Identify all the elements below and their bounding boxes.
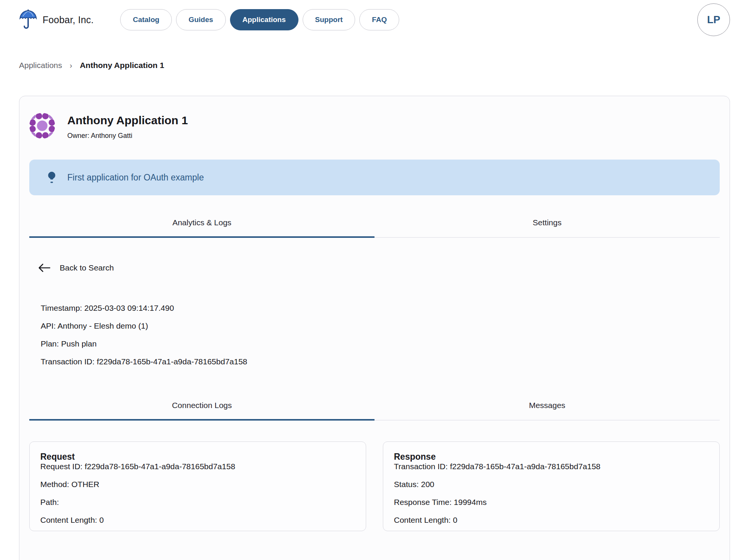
breadcrumb-separator-icon: › <box>70 60 72 71</box>
application-header: Anthony Application 1 Owner: Anthony Gat… <box>29 113 720 140</box>
detail-api: API: Anthony - Elesh demo (1) <box>41 322 720 330</box>
request-card: Request Request ID: f229da78-165b-47a1-a… <box>29 441 366 531</box>
tab-connection-logs[interactable]: Connection Logs <box>29 391 374 421</box>
nav-applications[interactable]: Applications <box>230 9 298 30</box>
umbrella-logo-icon <box>19 9 37 30</box>
tab-messages[interactable]: Messages <box>374 391 720 421</box>
user-avatar[interactable]: LP <box>697 3 730 36</box>
log-subtabs: Connection Logs Messages <box>29 391 720 421</box>
application-avatar-icon <box>29 113 55 139</box>
connection-log-cards: Request Request ID: f229da78-165b-47a1-a… <box>29 441 720 531</box>
nav-support[interactable]: Support <box>303 9 355 30</box>
request-card-title: Request <box>40 451 355 462</box>
breadcrumb: Applications › Anthony Application 1 <box>19 60 730 71</box>
response-card-title: Response <box>394 451 709 462</box>
response-content-length: Content Length: 0 <box>394 516 709 524</box>
main-nav: Catalog Guides Applications Support FAQ <box>120 9 399 30</box>
brand[interactable]: Foobar, Inc. <box>19 9 94 30</box>
lightbulb-icon <box>46 171 57 184</box>
page-title: Anthony Application 1 <box>67 114 188 127</box>
log-detail-fields: Timestamp: 2025-03-03 09:14:17.490 API: … <box>41 304 720 366</box>
info-banner: First application for OAuth example <box>29 160 720 195</box>
tab-analytics-logs[interactable]: Analytics & Logs <box>29 208 374 238</box>
response-card: Response Transaction ID: f229da78-165b-4… <box>383 441 720 531</box>
top-header: Foobar, Inc. Catalog Guides Applications… <box>19 0 730 33</box>
detail-transaction-id: Transaction ID: f229da78-165b-47a1-a9da-… <box>41 358 720 366</box>
banner-text: First application for OAuth example <box>67 172 204 183</box>
back-to-search-label: Back to Search <box>60 263 114 272</box>
application-card: Anthony Application 1 Owner: Anthony Gat… <box>19 96 730 560</box>
nav-catalog[interactable]: Catalog <box>120 9 172 30</box>
request-content-length: Content Length: 0 <box>40 516 355 524</box>
response-time: Response Time: 19994ms <box>394 498 709 506</box>
arrow-left-icon <box>38 263 51 273</box>
response-status: Status: 200 <box>394 480 709 489</box>
detail-timestamp: Timestamp: 2025-03-03 09:14:17.490 <box>41 304 720 312</box>
back-to-search-link[interactable]: Back to Search <box>38 263 114 273</box>
detail-plan: Plan: Push plan <box>41 340 720 348</box>
tab-settings[interactable]: Settings <box>374 208 720 238</box>
request-path: Path: <box>40 498 355 506</box>
nav-guides[interactable]: Guides <box>176 9 225 30</box>
main-tabs: Analytics & Logs Settings <box>29 208 720 238</box>
nav-faq[interactable]: FAQ <box>359 9 399 30</box>
breadcrumb-current: Anthony Application 1 <box>80 60 164 71</box>
request-id: Request ID: f229da78-165b-47a1-a9da-7816… <box>40 462 355 471</box>
brand-name: Foobar, Inc. <box>43 14 94 25</box>
breadcrumb-applications[interactable]: Applications <box>19 60 62 71</box>
request-method: Method: OTHER <box>40 480 355 489</box>
response-transaction-id: Transaction ID: f229da78-165b-47a1-a9da-… <box>394 462 709 471</box>
application-owner: Owner: Anthony Gatti <box>67 132 188 140</box>
